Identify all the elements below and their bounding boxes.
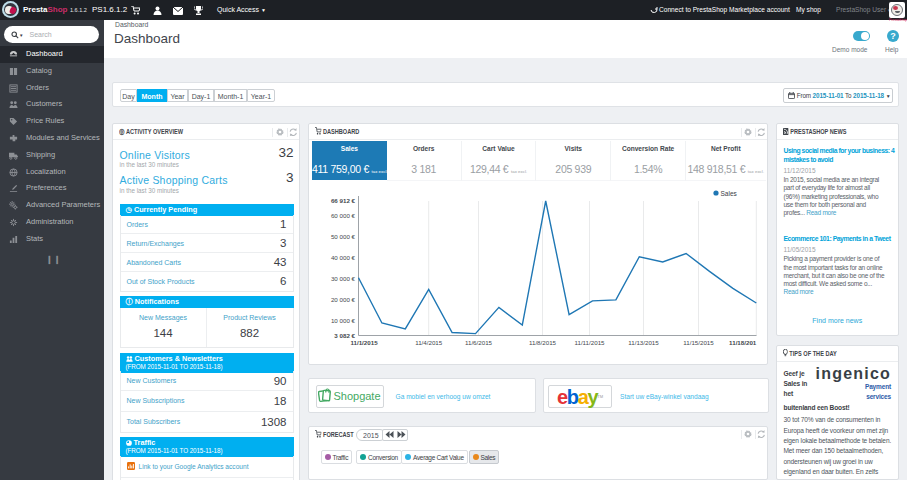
svg-text:11/18/201: 11/18/201 [729,339,757,346]
svg-text:30 000 €: 30 000 € [330,275,355,282]
svg-text:11/11/2015: 11/11/2015 [574,339,605,346]
svg-text:66 912 €: 66 912 € [330,197,355,204]
svg-text:40 000 €: 40 000 € [330,254,355,261]
svg-text:20 000 €: 20 000 € [330,296,355,303]
svg-text:10 000 €: 10 000 € [330,317,355,324]
svg-text:50 000 €: 50 000 € [330,233,355,240]
svg-text:60 000 €: 60 000 € [330,212,355,219]
svg-text:11/8/2015: 11/8/2015 [528,339,556,346]
svg-text:11/1/2015: 11/1/2015 [350,339,378,346]
svg-text:11/6/2015: 11/6/2015 [464,339,492,346]
svg-text:11/15/2015: 11/15/2015 [683,339,714,346]
svg-text:11/4/2015: 11/4/2015 [415,339,443,346]
svg-text:11/13/2015: 11/13/2015 [628,339,659,346]
svg-text:Sales: Sales [720,190,737,197]
